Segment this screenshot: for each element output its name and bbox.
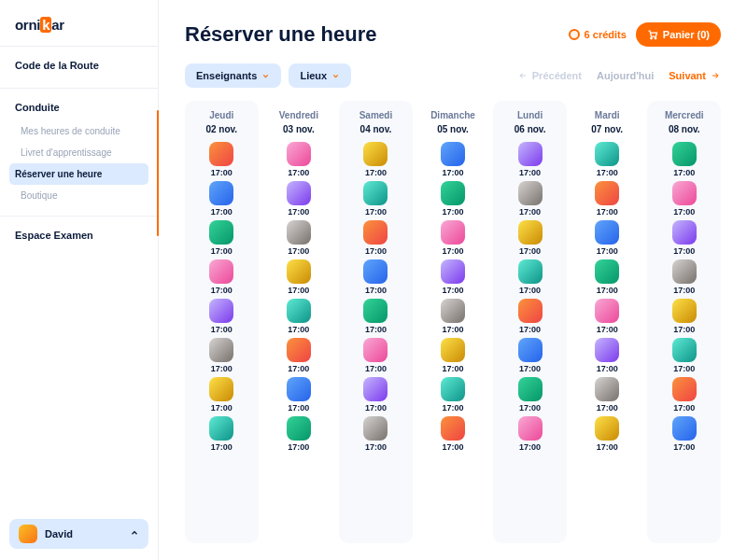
- time-slot[interactable]: 17:00: [518, 181, 543, 217]
- slot-time: 17:00: [673, 168, 695, 177]
- sidebar-item-reserver[interactable]: Réserver une heure: [9, 163, 148, 185]
- time-slot[interactable]: 17:00: [363, 416, 388, 452]
- time-slot[interactable]: 17:00: [595, 181, 619, 217]
- time-slot[interactable]: 17:00: [518, 142, 543, 177]
- time-slot[interactable]: 17:00: [363, 220, 388, 256]
- instructor-avatar: [595, 416, 619, 441]
- time-slot[interactable]: 17:00: [209, 377, 233, 413]
- time-slot[interactable]: 17:00: [441, 416, 465, 452]
- time-slot[interactable]: 17:00: [518, 299, 543, 334]
- time-slot[interactable]: 17:00: [209, 259, 233, 295]
- time-slot[interactable]: 17:00: [595, 299, 619, 334]
- time-slot[interactable]: 17:00: [518, 338, 543, 373]
- cart-button[interactable]: Panier (0): [636, 22, 721, 47]
- time-slot[interactable]: 17:00: [363, 377, 388, 413]
- time-slot[interactable]: 17:00: [672, 338, 697, 373]
- sidebar-item-boutique[interactable]: Boutique: [6, 185, 152, 206]
- time-slot[interactable]: 17:00: [363, 338, 388, 373]
- time-slot[interactable]: 17:00: [287, 299, 311, 334]
- filter-places[interactable]: Lieux: [289, 63, 351, 88]
- time-slot[interactable]: 17:00: [672, 181, 697, 217]
- slot-time: 17:00: [519, 168, 541, 177]
- time-slot[interactable]: 17:00: [287, 220, 311, 256]
- time-slot[interactable]: 17:00: [287, 181, 311, 217]
- slot-time: 17:00: [519, 325, 541, 334]
- sidebar-item-heures[interactable]: Mes heures de conduite: [6, 120, 152, 142]
- time-slot[interactable]: 17:00: [518, 220, 543, 256]
- credits-badge[interactable]: 6 crédits: [569, 29, 627, 40]
- time-slot[interactable]: 17:00: [441, 338, 465, 373]
- day-name: Samedi: [359, 110, 393, 120]
- slot-time: 17:00: [211, 325, 233, 334]
- time-slot[interactable]: 17:00: [287, 377, 311, 413]
- time-slot[interactable]: 17:00: [209, 181, 233, 217]
- time-slot[interactable]: 17:00: [209, 142, 233, 177]
- slot-time: 17:00: [597, 286, 618, 295]
- slot-time: 17:00: [443, 168, 464, 177]
- time-slot[interactable]: 17:00: [363, 299, 388, 334]
- nav-title-code[interactable]: Code de la Route: [0, 56, 158, 78]
- time-slot[interactable]: 17:00: [672, 416, 697, 452]
- time-slot[interactable]: 17:00: [672, 299, 697, 334]
- instructor-avatar: [672, 220, 697, 245]
- instructor-avatar: [363, 220, 388, 245]
- time-slot[interactable]: 17:00: [287, 416, 311, 452]
- time-slot[interactable]: 17:00: [672, 142, 697, 177]
- time-slot[interactable]: 17:00: [441, 259, 465, 295]
- pager-today[interactable]: Aujourd'hui: [597, 70, 654, 81]
- filter-teachers[interactable]: Enseignants: [185, 63, 281, 88]
- time-slot[interactable]: 17:00: [441, 142, 465, 177]
- time-slot[interactable]: 17:00: [672, 220, 697, 256]
- time-slot[interactable]: 17:00: [209, 220, 233, 256]
- user-menu[interactable]: David: [9, 519, 148, 549]
- time-slot[interactable]: 17:00: [595, 142, 619, 177]
- slot-time: 17:00: [365, 364, 387, 373]
- time-slot[interactable]: 17:00: [595, 377, 619, 413]
- time-slot[interactable]: 17:00: [518, 259, 543, 295]
- time-slot[interactable]: 17:00: [518, 377, 543, 413]
- nav-title-examen[interactable]: Espace Examen: [0, 226, 158, 248]
- sidebar-item-livret[interactable]: Livret d'apprentissage: [6, 142, 152, 163]
- time-slot[interactable]: 17:00: [209, 338, 233, 373]
- time-slot[interactable]: 17:00: [363, 142, 388, 177]
- slot-time: 17:00: [519, 246, 541, 256]
- time-slot[interactable]: 17:00: [672, 377, 697, 413]
- time-slot[interactable]: 17:00: [441, 220, 465, 256]
- time-slot[interactable]: 17:00: [595, 338, 619, 373]
- slot-time: 17:00: [519, 442, 541, 452]
- time-slot[interactable]: 17:00: [518, 416, 543, 452]
- week-grid: Jeudi02 nov.17:0017:0017:0017:0017:0017:…: [185, 101, 721, 543]
- day-name: Mercredi: [665, 110, 704, 120]
- time-slot[interactable]: 17:00: [287, 259, 311, 295]
- nav-section-conduite: Conduite Mes heures de conduite Livret d…: [0, 88, 158, 216]
- nav-section-examen: Espace Examen: [0, 216, 158, 258]
- time-slot[interactable]: 17:00: [672, 259, 697, 295]
- pager-next[interactable]: Suivant: [669, 70, 721, 81]
- time-slot[interactable]: 17:00: [209, 416, 233, 452]
- time-slot[interactable]: 17:00: [363, 181, 388, 217]
- slot-time: 17:00: [443, 364, 464, 373]
- time-slot[interactable]: 17:00: [595, 259, 619, 295]
- instructor-avatar: [672, 259, 697, 284]
- chevron-up-icon: [130, 528, 139, 539]
- instructor-avatar: [595, 259, 619, 284]
- time-slot[interactable]: 17:00: [209, 299, 233, 334]
- time-slot[interactable]: 17:00: [595, 416, 619, 452]
- instructor-avatar: [595, 181, 619, 205]
- time-slot[interactable]: 17:00: [287, 338, 311, 373]
- instructor-avatar: [209, 416, 233, 441]
- time-slot[interactable]: 17:00: [363, 259, 388, 295]
- time-slot[interactable]: 17:00: [441, 299, 465, 334]
- time-slot[interactable]: 17:00: [595, 220, 619, 256]
- instructor-avatar: [672, 338, 697, 362]
- instructor-avatar: [441, 142, 465, 166]
- instructor-avatar: [518, 259, 543, 284]
- time-slot[interactable]: 17:00: [441, 181, 465, 217]
- time-slot[interactable]: 17:00: [287, 142, 311, 177]
- time-slot[interactable]: 17:00: [441, 377, 465, 413]
- instructor-avatar: [518, 142, 543, 166]
- instructor-avatar: [595, 338, 619, 362]
- nav-title-conduite[interactable]: Conduite: [0, 98, 158, 120]
- day-column: Dimanche05 nov.17:0017:0017:0017:0017:00…: [416, 101, 490, 543]
- instructor-avatar: [672, 416, 697, 441]
